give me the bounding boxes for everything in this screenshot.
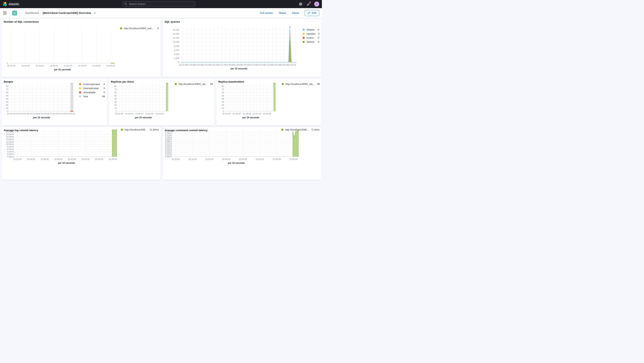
svg-text:15:32:00: 15:32:00 <box>13 158 22 160</box>
svg-text:15:40:00: 15:40:00 <box>64 65 72 67</box>
page-title: [Metricbeat CockroachDB] Overview <box>43 12 91 15</box>
legend-swatch <box>79 83 81 85</box>
panel-replica-leaseholders: 0102030405060708015:32:0015:35:0015:38:0… <box>216 79 321 125</box>
panel-title[interactable]: Replicas per Store <box>111 80 134 83</box>
svg-text:10.00ms: 10.00ms <box>6 143 14 145</box>
svg-text:15:39:00: 15:39:00 <box>233 64 242 66</box>
legend-item[interactable]: Total89 <box>79 94 105 98</box>
svg-text:2.00ms: 2.00ms <box>7 153 14 155</box>
svg-text:0: 0 <box>223 110 224 112</box>
legend-swatch <box>302 33 305 35</box>
avatar[interactable]: r <box>314 2 319 7</box>
panel-avg-command-commit-latency: 0.00ms0.01ms0.02ms0.03ms0.04ms0.05ms0.06… <box>163 127 321 180</box>
elastic-logo[interactable]: elastic <box>0 2 19 7</box>
chart-legend: http://localhost:8080/_stat...0 <box>120 26 159 30</box>
news-icon[interactable] <box>306 2 310 6</box>
svg-text:15:42:00: 15:42:00 <box>256 64 265 66</box>
full-screen-link[interactable]: Full screen <box>260 12 273 15</box>
share-link[interactable]: Share <box>279 12 286 15</box>
svg-text:15:32:00: 15:32:00 <box>115 113 123 115</box>
legend-value: 21.60ms <box>147 128 159 131</box>
svg-text:8.00ms: 8.00ms <box>7 145 14 148</box>
menu-icon[interactable] <box>3 12 6 14</box>
panel-title[interactable]: Average log commit latency <box>4 129 38 132</box>
svg-text:4.00ms: 4.00ms <box>7 150 14 153</box>
svg-text:16.00ms: 16.00ms <box>6 136 14 138</box>
svg-text:15:44:00: 15:44:00 <box>272 64 280 66</box>
panel-title[interactable]: SQL queries <box>164 20 180 23</box>
svg-text:20: 20 <box>222 104 224 106</box>
svg-text:per 10 seconds: per 10 seconds <box>33 116 50 119</box>
panel-title[interactable]: Ranges <box>4 80 13 83</box>
edit-button-label: Edit <box>312 12 316 15</box>
panel-title[interactable]: Average command commit latency <box>164 129 208 132</box>
help-icon[interactable] <box>299 2 302 6</box>
svg-text:15:44:00: 15:44:00 <box>155 113 164 115</box>
panel-title[interactable]: Replica leaseholders <box>218 80 244 83</box>
svg-text:0: 0 <box>7 62 8 64</box>
legend-item[interactable]: Inserts0 <box>302 36 319 40</box>
svg-text:15:44:00: 15:44:00 <box>58 113 66 115</box>
series-deletes <box>181 26 296 63</box>
svg-text:15:41:00: 15:41:00 <box>249 64 257 66</box>
divider <box>9 8 10 18</box>
svg-text:50: 50 <box>222 95 224 97</box>
panel-title[interactable]: Number of SQL connections <box>4 20 39 23</box>
svg-text:16,000: 16,000 <box>173 29 179 31</box>
svg-text:15:38:00: 15:38:00 <box>32 113 41 115</box>
edit-button[interactable]: Edit <box>305 10 319 16</box>
notification-dot <box>309 2 311 3</box>
legend-swatch <box>175 83 177 85</box>
series-inserts <box>181 27 296 62</box>
legend-value: 0 <box>101 87 105 90</box>
legend-item[interactable]: Overreplicated0 <box>79 86 105 90</box>
legend-item[interactable]: Updates0 <box>302 32 319 36</box>
svg-text:4,000: 4,000 <box>174 53 179 55</box>
legend-value: 0 <box>154 27 159 30</box>
legend-item[interactable]: http://localhost:8080/_sta...89 <box>282 82 319 86</box>
svg-text:15:40:00: 15:40:00 <box>68 158 76 160</box>
svg-text:15:34:00: 15:34:00 <box>21 65 30 67</box>
toolbar: D Dashboard / [Metricbeat CockroachDB] O… <box>0 8 322 18</box>
clone-link[interactable]: Clone <box>292 12 299 15</box>
breadcrumb-dashboard[interactable]: Dashboard <box>25 12 39 15</box>
svg-text:12.00ms: 12.00ms <box>6 141 14 143</box>
svg-text:0.00ms: 0.00ms <box>7 156 14 158</box>
chevron-down-icon[interactable] <box>94 12 96 14</box>
svg-text:15:32:00: 15:32:00 <box>7 65 16 67</box>
legend-item[interactable]: Deletes0 <box>302 28 319 32</box>
legend-label: http://localhost:8080/_sta... <box>286 83 314 86</box>
svg-text:15:36:00: 15:36:00 <box>205 158 214 160</box>
svg-text:15:42:00: 15:42:00 <box>50 113 58 115</box>
space-badge[interactable]: D <box>12 11 17 16</box>
legend-swatch <box>302 29 305 31</box>
svg-text:15:44:00: 15:44:00 <box>272 158 281 160</box>
elastic-logo-icon <box>2 2 7 7</box>
svg-text:10: 10 <box>222 107 224 109</box>
global-search[interactable] <box>122 1 195 7</box>
svg-text:15:36:00: 15:36:00 <box>24 113 32 115</box>
legend-swatch <box>79 95 81 98</box>
svg-text:0: 0 <box>178 61 179 64</box>
legend-item[interactable]: http://localhost:8080/_sta...89 <box>175 82 212 86</box>
chart-legend: Deletes0Updates0Inserts0Selects0 <box>302 28 319 44</box>
legend-item[interactable]: http://localhost:8080/_stat...0 <box>120 26 159 30</box>
svg-text:15:40:00: 15:40:00 <box>239 158 247 160</box>
legend-item[interactable]: Underreplicated0 <box>79 82 105 86</box>
svg-text:15:35:00: 15:35:00 <box>125 113 133 115</box>
svg-text:80: 80 <box>114 85 117 87</box>
legend-item[interactable]: http://localhost:808...21.60ms <box>121 128 159 132</box>
legend-item[interactable]: Selects0 <box>302 40 319 44</box>
svg-text:70: 70 <box>222 88 224 91</box>
legend-item[interactable]: Unavailable0 <box>79 90 105 94</box>
svg-text:15:38:00: 15:38:00 <box>225 64 234 66</box>
svg-text:18.00ms: 18.00ms <box>6 133 14 135</box>
search-input[interactable] <box>128 2 193 6</box>
svg-text:per 10 seconds: per 10 seconds <box>230 67 248 70</box>
legend-item[interactable]: http://localhost:8080...0.14ms <box>281 128 319 132</box>
svg-text:per 10 seconds: per 10 seconds <box>135 116 152 119</box>
legend-swatch <box>302 37 305 39</box>
svg-text:per 10 seconds: per 10 seconds <box>58 162 75 164</box>
svg-text:per 10 seconds: per 10 seconds <box>228 162 245 164</box>
legend-label: http://localhost:8080/_stat... <box>124 27 154 30</box>
